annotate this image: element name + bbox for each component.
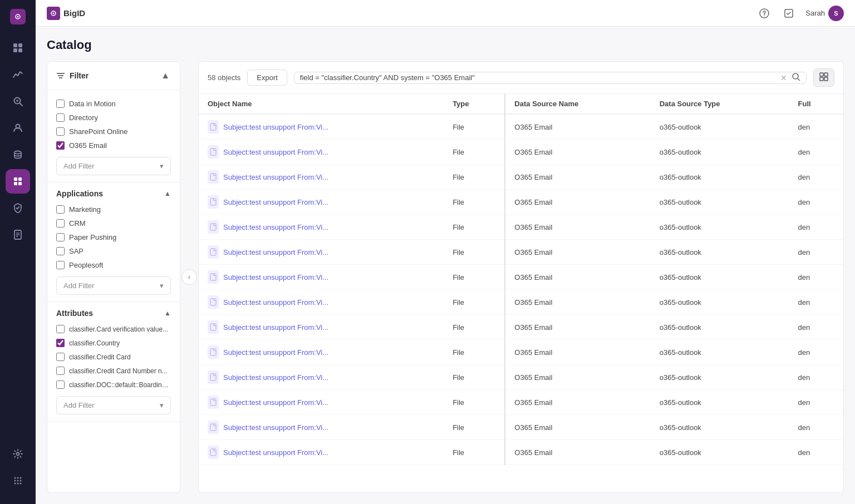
table-row[interactable]: Subject:test unsupport From:Vi... FileO3… <box>199 240 843 265</box>
table-row[interactable]: Subject:test unsupport From:Vi... FileO3… <box>199 265 843 290</box>
results-toolbar: 58 objects Export ✕ <box>199 62 843 94</box>
table-row[interactable]: Subject:test unsupport From:Vi... FileO3… <box>199 165 843 190</box>
filter-add-attribute-chevron: ▾ <box>160 401 164 409</box>
filter-item-data-in-motion[interactable]: Data in Motion <box>56 97 171 111</box>
cell-type: File <box>444 315 505 340</box>
sidebar-item-dashboard[interactable] <box>6 36 30 60</box>
filter-checkbox-directory[interactable] <box>56 113 65 122</box>
filter-checkbox-peoplesoft[interactable] <box>56 261 65 269</box>
table-row[interactable]: Subject:test unsupport From:Vi... FileO3… <box>199 315 843 340</box>
filter-item-card-verification[interactable]: classifier.Card verification value... <box>56 322 171 336</box>
filter-attributes-chevron: ▲ <box>164 309 171 317</box>
cell-full: den <box>789 315 843 340</box>
cell-data-source-type: o365-outlook <box>651 390 789 415</box>
table-row[interactable]: Subject:test unsupport From:Vi... FileO3… <box>199 340 843 365</box>
cell-full: den <box>789 415 843 440</box>
filter-checkbox-credit-card-number[interactable] <box>56 367 65 375</box>
topbar-right: Sarah S <box>756 6 844 21</box>
filter-checkbox-credit-card[interactable] <box>56 353 65 361</box>
filter-label-doc-boarding: classifier.DOC::default::Boarding... <box>69 381 169 389</box>
table-row[interactable]: Subject:test unsupport From:Vi... FileO3… <box>199 114 843 140</box>
filter-collapse-button[interactable]: ▲ <box>160 70 171 82</box>
filter-checkbox-country[interactable] <box>56 339 65 347</box>
cell-data-source-type: o365-outlook <box>651 215 789 240</box>
filter-label-paper-pushing: Paper Pushing <box>69 233 116 241</box>
filter-checkbox-marketing[interactable] <box>56 205 65 214</box>
catalog-container: Filter ▲ Data in Motion <box>47 61 844 493</box>
cell-type: File <box>444 265 505 290</box>
filter-add-source[interactable]: Add Filter ▾ <box>56 157 171 175</box>
topbar-left: BigID <box>47 7 85 20</box>
filter-checkbox-data-in-motion[interactable] <box>56 100 65 108</box>
svg-point-29 <box>17 483 19 485</box>
table-row[interactable]: Subject:test unsupport From:Vi... FileO3… <box>199 140 843 165</box>
sidebar-item-analytics[interactable] <box>6 62 30 87</box>
sidebar-item-policies[interactable] <box>6 196 30 220</box>
filter-item-doc-boarding[interactable]: classifier.DOC::default::Boarding... <box>56 378 171 392</box>
sidebar-item-discovery[interactable] <box>6 89 30 113</box>
filter-item-sharepoint[interactable]: SharePoint Online <box>56 125 171 139</box>
search-magnifier-icon[interactable] <box>792 72 800 83</box>
filter-item-country[interactable]: classifier.Country <box>56 336 171 350</box>
tasks-icon-button[interactable] <box>781 6 797 21</box>
table-row[interactable]: Subject:test unsupport From:Vi... FileO3… <box>199 440 843 465</box>
filter-checkbox-crm[interactable] <box>56 219 65 228</box>
cell-full: den <box>789 215 843 240</box>
filter-item-marketing[interactable]: Marketing <box>56 202 171 216</box>
sidebar-item-settings[interactable] <box>6 442 30 466</box>
filter-panel-toggle-button[interactable]: ‹ <box>181 269 197 285</box>
filter-item-credit-card[interactable]: classifier.Credit Card <box>56 350 171 364</box>
table-row[interactable]: Subject:test unsupport From:Vi... FileO3… <box>199 290 843 315</box>
filter-item-credit-card-number[interactable]: classifier.Credit Card Number n... <box>56 364 171 378</box>
cell-data-source-type: o365-outlook <box>651 114 789 140</box>
data-table: Object Name Type Data Source Name <box>199 94 843 465</box>
filter-checkbox-paper-pushing[interactable] <box>56 233 65 241</box>
filter-item-paper-pushing[interactable]: Paper Pushing <box>56 230 171 244</box>
cell-full: den <box>789 365 843 390</box>
sidebar-item-sources[interactable] <box>6 142 30 167</box>
svg-rect-13 <box>14 177 17 181</box>
filter-item-sap[interactable]: SAP <box>56 244 171 258</box>
sidebar-item-users[interactable] <box>6 116 30 140</box>
left-nav-sidebar <box>0 0 36 504</box>
cell-object-name: Subject:test unsupport From:Vi... <box>199 340 444 365</box>
table-row[interactable]: Subject:test unsupport From:Vi... FileO3… <box>199 415 843 440</box>
cell-data-source-name: O365 Email <box>505 340 650 365</box>
cell-data-source-type: o365-outlook <box>651 340 789 365</box>
topbar: BigID Sarah <box>36 0 855 27</box>
filter-label-data-in-motion: Data in Motion <box>69 100 116 108</box>
table-row[interactable]: Subject:test unsupport From:Vi... FileO3… <box>199 390 843 415</box>
filter-checkbox-card-verification[interactable] <box>56 325 65 333</box>
export-button[interactable]: Export <box>247 70 287 86</box>
filter-checkbox-o365[interactable] <box>56 141 65 150</box>
cell-data-source-type: o365-outlook <box>651 165 789 190</box>
filter-checkbox-sharepoint[interactable] <box>56 127 65 136</box>
svg-line-40 <box>798 78 800 81</box>
cell-data-source-name: O365 Email <box>505 114 650 140</box>
filter-item-directory[interactable]: Directory <box>56 111 171 125</box>
sidebar-item-apps[interactable] <box>6 468 30 493</box>
filter-checkbox-doc-boarding[interactable] <box>56 381 65 389</box>
filter-checkbox-sap[interactable] <box>56 247 65 255</box>
filter-label-directory: Directory <box>69 113 98 122</box>
filter-add-application[interactable]: Add Filter ▾ <box>56 276 171 295</box>
svg-point-30 <box>20 483 22 485</box>
grid-view-button[interactable] <box>814 69 834 86</box>
help-icon-button[interactable] <box>756 6 772 21</box>
table-row[interactable]: Subject:test unsupport From:Vi... FileO3… <box>199 190 843 215</box>
sidebar-item-catalog[interactable] <box>6 169 30 194</box>
filter-add-source-label: Add Filter <box>63 162 95 170</box>
cell-type: File <box>444 340 505 365</box>
svg-rect-44 <box>824 77 828 81</box>
table-row[interactable]: Subject:test unsupport From:Vi... FileO3… <box>199 365 843 390</box>
col-full: Full <box>789 94 843 114</box>
sidebar-item-reports[interactable] <box>6 223 30 247</box>
filter-add-attribute[interactable]: Add Filter ▾ <box>56 396 171 414</box>
search-clear-icon[interactable]: ✕ <box>780 73 787 82</box>
table-row[interactable]: Subject:test unsupport From:Vi... FileO3… <box>199 215 843 240</box>
search-input[interactable] <box>300 73 776 82</box>
filter-item-peoplesoft[interactable]: Peoplesoft <box>56 258 171 272</box>
user-info[interactable]: Sarah S <box>805 6 844 21</box>
filter-item-o365[interactable]: O365 Email <box>56 139 171 152</box>
filter-item-crm[interactable]: CRM <box>56 216 171 230</box>
